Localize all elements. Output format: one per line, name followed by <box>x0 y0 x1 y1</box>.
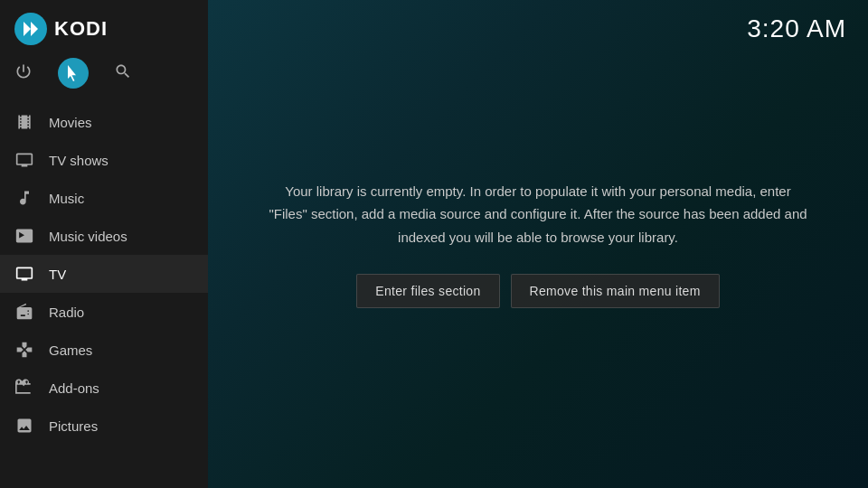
music-icon <box>14 188 34 208</box>
tv-icon <box>14 264 34 284</box>
enter-files-button[interactable]: Enter files section <box>356 274 499 308</box>
sidebar-item-pictures[interactable]: Pictures <box>0 407 208 445</box>
sidebar-header: KODI <box>0 0 208 54</box>
sidebar-item-movies[interactable]: Movies <box>0 103 208 141</box>
sidebar-item-tvshows-label: TV shows <box>49 153 108 168</box>
sidebar-item-games-label: Games <box>49 343 92 358</box>
cursor-button[interactable] <box>58 58 89 89</box>
sidebar: KODI Movies <box>0 0 208 488</box>
pictures-icon <box>14 416 34 436</box>
movies-icon <box>14 112 34 132</box>
app-title: KODI <box>54 17 108 41</box>
library-empty-message: Your library is currently empty. In orde… <box>267 180 809 249</box>
main-content: 3:20 AM Your library is currently empty.… <box>208 0 868 488</box>
games-icon <box>14 340 34 360</box>
search-button[interactable] <box>114 62 132 85</box>
clock-display: 3:20 AM <box>747 14 846 43</box>
sidebar-item-tv[interactable]: TV <box>0 255 208 293</box>
sidebar-item-pictures-label: Pictures <box>49 418 98 434</box>
sidebar-item-music-label: Music <box>49 191 84 206</box>
content-area: Your library is currently empty. In orde… <box>231 144 845 345</box>
sidebar-item-movies-label: Movies <box>49 115 92 130</box>
sidebar-item-radio-label: Radio <box>49 305 84 320</box>
sidebar-item-radio[interactable]: Radio <box>0 293 208 331</box>
sidebar-item-musicvideos-label: Music videos <box>49 229 127 244</box>
sidebar-item-addons[interactable]: Add-ons <box>0 369 208 407</box>
music-videos-icon <box>14 226 34 246</box>
addons-icon <box>14 378 34 398</box>
sidebar-item-music[interactable]: Music <box>0 179 208 217</box>
sidebar-item-music-videos[interactable]: Music videos <box>0 217 208 255</box>
navigation-menu: Movies TV shows Music Music videos <box>0 99 208 488</box>
sidebar-item-games[interactable]: Games <box>0 331 208 369</box>
remove-menu-item-button[interactable]: Remove this main menu item <box>511 274 720 308</box>
radio-icon <box>14 302 34 322</box>
sidebar-item-tv-label: TV <box>49 267 66 282</box>
sidebar-item-addons-label: Add-ons <box>49 380 99 396</box>
kodi-logo-icon <box>14 13 47 45</box>
top-icon-bar <box>0 54 208 99</box>
power-button[interactable] <box>14 62 33 85</box>
action-buttons: Enter files section Remove this main men… <box>356 274 719 308</box>
sidebar-item-tv-shows[interactable]: TV shows <box>0 141 208 179</box>
tv-shows-icon <box>14 150 34 170</box>
